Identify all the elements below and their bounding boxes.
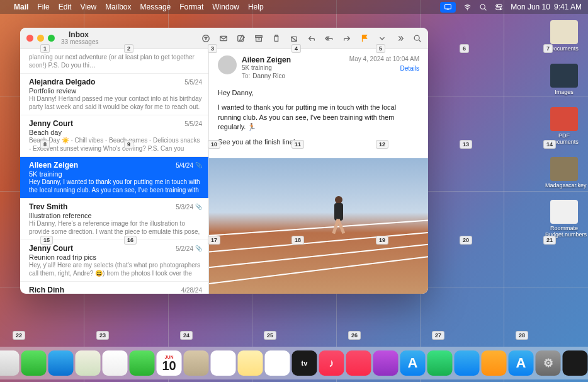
- mail-window: Inbox 33 messages planning our next adve…: [20, 28, 428, 294]
- svg-point-7: [500, 8, 501, 9]
- grid-number: 27: [432, 331, 444, 340]
- compose-icon[interactable]: [237, 34, 246, 43]
- desktop-item[interactable]: Madagascar.key: [545, 157, 583, 189]
- envelope-icon[interactable]: [219, 34, 228, 43]
- dock-calendar[interactable]: JUN10: [157, 350, 182, 376]
- dock-messages[interactable]: [21, 350, 47, 376]
- grid-number: 25: [264, 331, 276, 340]
- desktop-item[interactable]: Documents: [545, 20, 583, 52]
- svg-point-6: [497, 4, 498, 6]
- dock-keynote[interactable]: [455, 350, 480, 376]
- menu-view[interactable]: View: [80, 3, 96, 11]
- desktop-icons: DocumentsImagesPDF DocumentsMadagascar.k…: [545, 20, 583, 250]
- dock-music[interactable]: ♪: [319, 350, 344, 376]
- grid-number: 28: [516, 331, 528, 340]
- archive-icon[interactable]: [254, 34, 263, 43]
- reply-icon[interactable]: [307, 34, 316, 43]
- search-icon[interactable]: [413, 34, 422, 43]
- dock-maps[interactable]: [76, 350, 101, 376]
- desktop-item[interactable]: PDF Documents: [545, 107, 583, 146]
- svg-rect-0: [445, 4, 451, 9]
- attachment-icon: 📎: [195, 204, 202, 210]
- details-button[interactable]: Details: [349, 65, 419, 72]
- dock-podcasts[interactable]: [373, 350, 399, 376]
- menubar: Mail File Edit View Mailbox Message Form…: [0, 0, 588, 14]
- dock-settings[interactable]: ⚙: [536, 350, 561, 376]
- menu-message[interactable]: Message: [140, 3, 171, 11]
- message-row[interactable]: Trev Smith5/3/24 📎Illustration reference…: [20, 199, 208, 240]
- menu-format[interactable]: Format: [179, 3, 203, 11]
- close-button[interactable]: [26, 35, 33, 42]
- grid-number: 22: [13, 331, 25, 340]
- avatar: [218, 55, 237, 74]
- dock-photos[interactable]: [103, 350, 128, 376]
- junk-icon[interactable]: [290, 34, 298, 43]
- trash-icon[interactable]: [272, 34, 281, 43]
- menubar-date[interactable]: Mon Jun 10: [511, 3, 550, 11]
- chevron-down-icon[interactable]: [378, 34, 387, 43]
- control-center-icon[interactable]: [495, 3, 503, 11]
- reader-timestamp: May 4, 2024 at 10:04 AM: [349, 55, 419, 62]
- runner-figure: [329, 196, 348, 240]
- menubar-time[interactable]: 9:41 AM: [554, 3, 582, 11]
- grid-number: 13: [460, 140, 472, 149]
- dock-mail[interactable]: [48, 350, 74, 376]
- reply-all-icon[interactable]: [325, 34, 334, 43]
- window-subtitle: 33 messages: [61, 39, 98, 46]
- dock-facetime[interactable]: [130, 350, 155, 376]
- dock-pages[interactable]: [482, 350, 507, 376]
- dock-safari[interactable]: [0, 350, 20, 376]
- svg-line-20: [419, 40, 421, 42]
- reader-from: Aileen Zeigen: [242, 55, 349, 64]
- dock-numbers[interactable]: [427, 350, 453, 376]
- dock-iphone[interactable]: [563, 350, 588, 376]
- wifi-icon[interactable]: [463, 3, 472, 11]
- flag-icon[interactable]: [360, 34, 369, 43]
- dock-appstore2[interactable]: A: [509, 350, 534, 376]
- app-menu[interactable]: Mail: [14, 3, 28, 11]
- attachment-icon: 📎: [195, 245, 202, 252]
- message-row[interactable]: Alejandra Delgado5/5/24 Portfolio review…: [20, 74, 208, 115]
- menu-file[interactable]: File: [37, 3, 49, 11]
- svg-rect-12: [220, 36, 227, 40]
- message-row[interactable]: Rich Dinh4/28/24 Trip to Zion National P…: [20, 282, 208, 294]
- dock-appstore[interactable]: A: [400, 350, 426, 376]
- more-icon[interactable]: [395, 34, 404, 43]
- svg-line-18: [291, 37, 297, 41]
- desktop-item[interactable]: Images: [545, 64, 583, 96]
- filter-icon[interactable]: [201, 34, 210, 43]
- grid-number: 23: [96, 331, 109, 340]
- window-header: Inbox 33 messages: [20, 28, 428, 49]
- spotlight-icon[interactable]: [479, 3, 487, 11]
- menu-mailbox[interactable]: Mailbox: [105, 3, 131, 11]
- message-reader: Aileen Zeigen 5K training To:Danny Rico …: [209, 49, 428, 294]
- reader-body: Hey Danny, I wanted to thank you for put…: [209, 84, 428, 156]
- dock-reminders[interactable]: [211, 350, 236, 376]
- dock-freeform[interactable]: [265, 350, 290, 376]
- dock-contacts[interactable]: [184, 350, 209, 376]
- reader-subject: 5K training: [242, 64, 349, 71]
- message-row[interactable]: Jenny Court5/5/24 Beach dayBeach Day ☀️ …: [20, 115, 208, 157]
- grid-number: 20: [460, 236, 472, 245]
- menu-window[interactable]: Window: [212, 3, 239, 11]
- menu-edit[interactable]: Edit: [59, 3, 72, 11]
- dock-news[interactable]: [346, 350, 371, 376]
- forward-icon[interactable]: [342, 34, 351, 43]
- dock-notes[interactable]: [238, 350, 263, 376]
- menu-help[interactable]: Help: [248, 3, 264, 11]
- svg-line-3: [485, 8, 487, 10]
- message-list[interactable]: planning our next adventure (or at least…: [20, 49, 209, 294]
- message-row[interactable]: Jenny Court5/2/24 📎Reunion road trip pic…: [20, 240, 208, 282]
- desktop-item[interactable]: Roommate Budget.numbers: [545, 200, 583, 238]
- attachment-icon: 📎: [195, 162, 202, 168]
- message-row[interactable]: planning our next adventure (or at least…: [20, 49, 208, 74]
- message-row[interactable]: Aileen Zeigen5/4/24 📎5K trainingHey Dann…: [20, 157, 208, 199]
- reader-to: To:Danny Rico: [242, 72, 349, 79]
- zoom-button[interactable]: [48, 35, 55, 42]
- screen-mirroring-icon[interactable]: [440, 2, 456, 13]
- svg-point-1: [467, 9, 468, 10]
- dock-tv[interactable]: tv: [292, 350, 317, 376]
- minimize-button[interactable]: [37, 35, 44, 42]
- attachment-image[interactable]: [209, 158, 428, 294]
- dock: JUN10tv♪AA⚙: [0, 347, 588, 379]
